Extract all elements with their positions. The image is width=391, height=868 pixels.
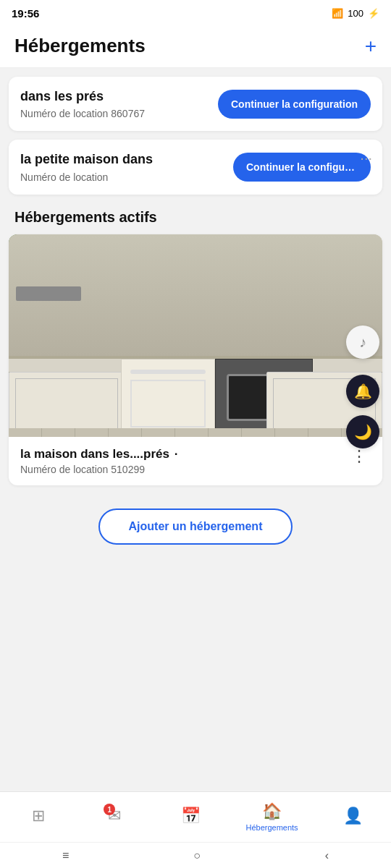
sys-home-button[interactable]: ○ [193, 849, 201, 862]
card-2-number: Numéro de location [20, 171, 224, 183]
card-1-header: dans les prés Numéro de location 860767 … [20, 88, 371, 119]
status-icons: 📶 100 ⚡ [332, 8, 379, 19]
system-navigation: ≡ ○ ‹ [0, 842, 391, 868]
dishwasher [121, 359, 215, 437]
bottom-navigation: ⊞ ✉ 1 📅 🏠 Hébergements 👤 [0, 791, 391, 842]
card-1-continue-button[interactable]: Continuer la configuration [218, 90, 371, 119]
listing-number: Numéro de location 510299 [20, 464, 177, 475]
bolt-icon: ⚡ [368, 8, 379, 19]
main-content: dans les prés Numéro de location 860767 … [0, 68, 391, 658]
stats-icon: ⊞ [32, 807, 45, 825]
sys-back-button[interactable]: ‹ [325, 849, 329, 862]
card-2-info: la petite maison dans Numéro de location [20, 151, 233, 182]
listing-image [9, 234, 382, 437]
music-icon[interactable]: ♪ [346, 326, 379, 359]
cabinet-left [9, 372, 125, 437]
moon-icon[interactable]: 🌙 [346, 415, 379, 448]
listing-text: la maison dans les....prés · Numéro de l… [20, 447, 177, 475]
accommodations-label: Hébergements [245, 823, 298, 832]
card-2-more-icon[interactable]: ··· [360, 150, 372, 166]
card-1-info: dans les prés Numéro de location 860767 [20, 88, 218, 119]
nav-item-messages[interactable]: ✉ 1 [93, 807, 136, 827]
card-1-name: dans les prés [20, 88, 209, 105]
pending-card-1: dans les prés Numéro de location 860767 … [9, 77, 382, 131]
header: Hébergements + [0, 26, 391, 68]
messages-icon: ✉ 1 [108, 807, 121, 825]
nav-item-stats[interactable]: ⊞ [17, 807, 60, 827]
active-listing-card: la maison dans les....prés · Numéro de l… [9, 234, 382, 485]
status-bar: 19:56 📶 100 ⚡ [0, 0, 391, 26]
kitchen-background [9, 234, 382, 437]
nav-item-accommodations[interactable]: 🏠 Hébergements [245, 802, 298, 832]
profile-icon: 👤 [343, 807, 363, 825]
sys-menu-button[interactable]: ≡ [62, 849, 69, 862]
card-1-number: Numéro de location 860767 [20, 108, 209, 119]
calendar-icon: 📅 [181, 807, 201, 825]
battery-level: 100 [348, 8, 363, 19]
listing-name: la maison dans les....prés · [20, 447, 177, 461]
pending-card-2: ··· la petite maison dans Numéro de loca… [9, 140, 382, 194]
messages-badge: 1 [104, 804, 115, 815]
dishwasher-door [130, 380, 206, 427]
add-button-wrapper: Ajouter un hébergement [0, 494, 391, 562]
listing-more-icon[interactable]: ⋮ [348, 447, 371, 466]
nav-item-profile[interactable]: 👤 [331, 807, 374, 827]
nav-item-calendar[interactable]: 📅 [169, 807, 213, 827]
page-title: Hébergements [14, 35, 146, 57]
accommodations-icon: 🏠 [262, 802, 282, 821]
dishwasher-control [130, 370, 206, 374]
card-2-header: la petite maison dans Numéro de location… [20, 151, 371, 182]
sink [16, 286, 81, 301]
card-2-continue-button[interactable]: Continuer la configura... [233, 153, 371, 182]
listing-info: la maison dans les....prés · Numéro de l… [9, 437, 382, 485]
status-time: 19:56 [12, 7, 39, 20]
card-2-name: la petite maison dans [20, 151, 224, 168]
bell-icon[interactable]: 🔔 [346, 375, 379, 408]
signal-icon: 📶 [332, 8, 343, 19]
floor [9, 428, 382, 437]
add-accommodation-button[interactable]: Ajouter un hébergement [98, 509, 293, 545]
active-section-title: Hébergements actifs [0, 203, 391, 234]
add-button[interactable]: + [365, 36, 377, 56]
